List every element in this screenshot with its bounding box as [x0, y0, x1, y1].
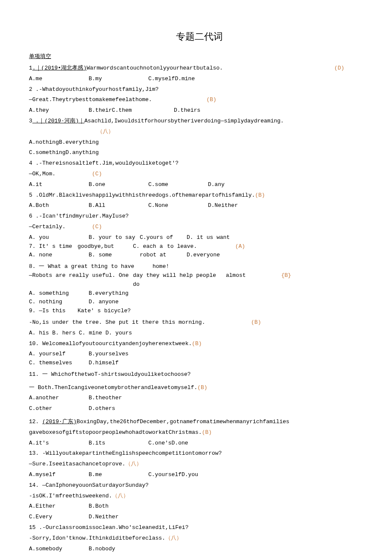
q9-stem1: 9. —Is this Kate' s bicycle? — [29, 307, 370, 316]
q3-num: 3 — [29, 118, 32, 124]
q12-opt-b: B.its — [89, 439, 148, 448]
q15-opt-a: A.somebody — [29, 545, 89, 554]
q14-stem1: 14. —CanIphoneyouonSaturdayorSunday? — [29, 481, 370, 490]
q1-options: A.me B.my C.myselfD.mine — [29, 75, 370, 84]
q14-options-row2: C.Every D.Neither — [29, 513, 370, 522]
q8-answer: {B} — [281, 271, 291, 289]
q14-stem2: -isOK.I'mfreethisweekend.（八） — [29, 492, 370, 501]
q9-t2: Kate' s bicycle? — [78, 307, 131, 316]
q15-stem2: -Sorry,Idon'tknow.Ithinkdiditbeforeclass… — [29, 534, 370, 543]
q10-text: 10. Welcomeallofyoutoourcityandenjoyhere… — [29, 340, 192, 347]
q12-num: 12. — [29, 418, 42, 425]
section-header: 单项填空 — [29, 52, 370, 61]
q6-text2: —Certainly. — [29, 223, 89, 232]
page-title: 专题二代词 — [29, 29, 370, 44]
q5-text: .OldMr.Blackliveshappilywithhisthreedogs… — [32, 192, 255, 198]
q14-opt-b: B.Both — [89, 502, 148, 511]
q10-stem: 10. Welcomeallofyoutoourcityandenjoyhere… — [29, 340, 370, 349]
q11-opt-c: C.other — [29, 404, 89, 413]
q2-opt-b: B.theirC.them — [89, 106, 174, 115]
q8-opt-b: B.everything — [89, 289, 129, 298]
q2-options: A.they B.theirC.them D.theirs — [29, 106, 370, 115]
q12-text2: gaveboxesofgiftstopoorpeoplewhohadtowork… — [29, 429, 202, 436]
q10-options-row2: C. themselves D.himself — [29, 359, 370, 368]
q1-answer: (D) — [334, 64, 344, 73]
q11-opt-a: A.another — [29, 394, 89, 403]
q11-opt-b: B.theother — [89, 394, 148, 403]
q10-opt-c: C. themselves — [29, 359, 89, 368]
q11-stem1: 11. 一 WhichofthetwoT-shirtswouldyouliket… — [29, 370, 370, 379]
q13-opt-a: A.myself — [29, 471, 89, 479]
q15-opt-b: B.nobody — [89, 545, 148, 554]
q15-num: 15 — [29, 524, 36, 531]
q14-opt-a: A.Either — [29, 502, 89, 511]
q3-source: .｜(2019·河南)｜ — [32, 118, 84, 124]
q4-stem1: 4 .-Thereisnosaltleft.Jim,wouldyouliketo… — [29, 159, 370, 168]
q9-stem2: -No,is under the tree. She put it there … — [29, 318, 370, 327]
q3-opt-ab: A.nothingB.everything — [29, 138, 370, 147]
q10-answer: (B) — [192, 340, 202, 349]
q8-opt-c: C. nothing — [29, 298, 89, 307]
q2-stem1: 2 .-Whatdoyouthinkofyourhostfamily,Jim? — [29, 85, 370, 94]
q2-opt-d: D.theirs — [174, 106, 242, 115]
q15-stem1: 15 .-Ourclassroomissoclean.Who'scleanedi… — [29, 523, 370, 532]
q12-text1: BoxingDay,the26thofDecember,gotnamefroma… — [77, 418, 289, 425]
q11-stem2: 一 Both.ThenIcangiveonetomybrotherandleav… — [29, 384, 370, 392]
q1-opt-b: B.my — [89, 75, 148, 84]
q3-answer-line: （八） — [29, 128, 370, 137]
q9-answer: (B) — [251, 318, 261, 327]
q9-options: A. his B. hers C. mine D. yours — [29, 329, 370, 338]
q13-text2: —Sure.Iseeitasachancetoprove. — [29, 461, 125, 467]
q3-stem: 3 .｜(2019·河南)｜Asachild,Iwouldsitforhours… — [29, 117, 370, 126]
q5-num: 5 — [29, 192, 32, 198]
q11-opt-d: D.others — [89, 404, 148, 413]
q1-stem: 1.｜(2019•湖北孝感)Warmwordscantouchnotonlyyo… — [29, 64, 370, 73]
q13-answer: （八） — [125, 460, 142, 469]
q8-stem1: 8. 一 What a great thing to have home! — [29, 262, 370, 271]
q6-num: 6 — [29, 213, 32, 219]
q7-stem: 7. It' s time goodbye,but C. each a to l… — [29, 242, 370, 251]
q8-t3: —Robots are really useful. One — [29, 271, 133, 289]
q8-opt-a: A. something — [29, 289, 89, 298]
q13-stem1: 13. -WillyoutakepartintheEnglishspeechco… — [29, 449, 370, 458]
q14-options-row1: A.Either B.Both — [29, 502, 370, 511]
q1-text: Warmwordscantouchnotonlyyourheartbutalso… — [86, 65, 223, 71]
q15-text1: .-Ourclassroomissoclean.Who'scleanedit,L… — [36, 524, 189, 531]
q11-options-row2: C.other D.others — [29, 404, 370, 413]
q12-stem2: gaveboxesofgiftstopoorpeoplewhohadtowork… — [29, 428, 370, 437]
q6-stem2: —Certainly. (C) — [29, 223, 370, 232]
q13-options: A.myself B.me C.yourselfD.you — [29, 471, 370, 479]
q12-answer: (B) — [202, 428, 212, 437]
q6-answer: (C) — [92, 223, 102, 232]
q5-options: A.Both B.All C.None D.Neither — [29, 201, 370, 210]
q3-opt-cd: C.somethingD.anything — [29, 148, 370, 157]
q8-stem2: —Robots are really useful. One day they … — [29, 271, 370, 289]
q7-t1: 7. It' s time — [29, 242, 78, 251]
q13-opt-c: C.yourselfD.you — [148, 471, 208, 479]
q6-options: A. you B. your to say C.yours of D. it u… — [29, 233, 370, 242]
q5-opt-c: C.None — [148, 201, 208, 210]
q8-t5: almost — [226, 271, 281, 289]
q5-opt-d: D.Neither — [208, 201, 276, 210]
q11-answer: (B) — [197, 384, 207, 392]
q2-num: 2 — [29, 86, 32, 93]
q1-opt-c: C.myselfD.mine — [148, 75, 208, 84]
q15-options: A.somebody B.nobody — [29, 545, 370, 554]
q7-t2: goodbye,but — [78, 242, 133, 251]
q8-options-row2: C. nothing D. anyone — [29, 298, 370, 307]
q4-text1: .-Thereisnosaltleft.Jim,wouldyouliketoge… — [32, 160, 179, 166]
q9-t1: 9. —Is this — [29, 307, 78, 316]
q7-opt-b: B. some — [89, 251, 140, 260]
q8-options-row1: A. something B.everything — [29, 289, 370, 298]
q13-stem2: —Sure.Iseeitasachancetoprove.（八） — [29, 460, 370, 469]
q5-opt-a: A.Both — [29, 201, 89, 210]
q6-opt-b: B. your to say — [89, 233, 140, 242]
q5-answer: (B) — [255, 191, 265, 200]
q15-text2: -Sorry,Idon'tknow.Ithinkdiditbeforeclass… — [29, 535, 165, 541]
q5-stem: 5 .OldMr.Blackliveshappilywithhisthreedo… — [29, 191, 370, 200]
q12-stem1: 12. (2019·广东)BoxingDay,the26thofDecember… — [29, 418, 370, 427]
q1-opt-a: A.me — [29, 75, 89, 84]
q4-stem2: —OK,Mom. (C) — [29, 170, 370, 179]
q7-t3: C. each a — [133, 242, 167, 251]
q4-answer: (C) — [92, 170, 102, 179]
